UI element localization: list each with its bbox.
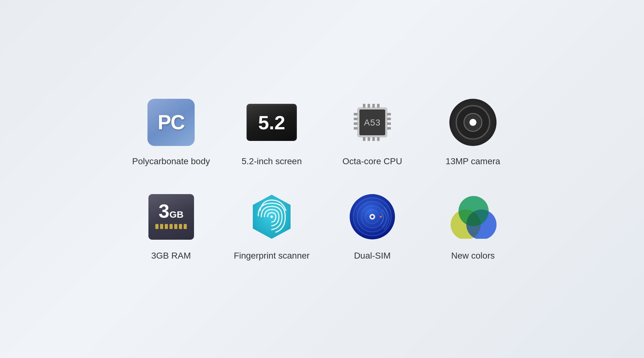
ram-value: 3GB [158, 201, 183, 221]
features-grid: PC Polycarbonate body 5.2 5.2-inch scree… [135, 97, 509, 261]
fingerprint-label: Fingerprint scanner [234, 251, 309, 261]
ram-pin-4 [169, 224, 173, 229]
ram-pin-1 [155, 224, 158, 229]
newcolors-label: New colors [451, 251, 495, 261]
svg-rect-7 [363, 137, 365, 141]
screen-icon-wrap: 5.2 [247, 97, 297, 148]
polycarbonate-icon-wrap: PC [146, 97, 196, 148]
cpu-icon-wrap: A53 [347, 97, 397, 148]
dualsim-icon [349, 193, 396, 240]
svg-text:A53: A53 [364, 118, 381, 127]
cpu-label: Octa-core CPU [342, 156, 402, 166]
svg-point-28 [380, 216, 382, 218]
fingerprint-icon [248, 193, 295, 240]
svg-point-27 [371, 215, 374, 218]
screen-icon: 5.2 [247, 104, 297, 141]
feature-ram: 3GB 3GB RAM [146, 192, 196, 261]
newcolors-icon-wrap [448, 192, 498, 242]
camera-lens-outer [456, 105, 490, 140]
svg-rect-5 [372, 104, 375, 108]
cpu-icon: A53 [349, 99, 396, 146]
newcolors-icon [449, 195, 497, 239]
svg-rect-13 [354, 122, 358, 125]
ram-pin-6 [179, 224, 182, 229]
ram-pin-2 [160, 224, 163, 229]
ram-unit: GB [169, 209, 184, 220]
ram-pin-7 [184, 224, 187, 229]
svg-point-34 [458, 196, 489, 226]
ram-label: 3GB RAM [151, 251, 191, 261]
svg-rect-9 [372, 137, 375, 141]
svg-rect-6 [377, 104, 380, 108]
svg-rect-4 [368, 104, 370, 108]
svg-rect-10 [377, 137, 380, 141]
feature-screen: 5.2 5.2-inch screen [242, 97, 302, 166]
svg-rect-12 [354, 118, 358, 120]
svg-rect-8 [368, 137, 370, 141]
svg-rect-11 [354, 113, 358, 115]
feature-camera: 13MP camera [446, 97, 500, 166]
dualsim-label: Dual-SIM [354, 251, 391, 261]
camera-icon-wrap [448, 97, 498, 148]
camera-lens-inner [464, 113, 482, 132]
camera-icon [449, 99, 497, 146]
feature-polycarbonate: PC Polycarbonate body [132, 97, 210, 166]
ram-pin-3 [165, 224, 168, 229]
ram-icon-wrap: 3GB [146, 192, 196, 242]
dualsim-icon-wrap [347, 192, 397, 242]
polycarbonate-label: Polycarbonate body [132, 156, 210, 166]
svg-rect-14 [354, 127, 358, 130]
feature-cpu: A53 [342, 97, 402, 166]
feature-newcolors: New colors [448, 192, 498, 261]
camera-label: 13MP camera [446, 156, 500, 166]
polycarbonate-icon: PC [147, 99, 195, 146]
svg-rect-15 [387, 113, 391, 115]
feature-fingerprint: Fingerprint scanner [234, 192, 309, 261]
ram-icon: 3GB [148, 194, 194, 240]
feature-dualsim: Dual-SIM [347, 192, 397, 261]
svg-rect-18 [387, 127, 391, 130]
ram-pin-5 [174, 224, 177, 229]
svg-rect-16 [387, 118, 391, 120]
svg-rect-3 [363, 104, 365, 108]
svg-point-20 [270, 215, 273, 218]
screen-label: 5.2-inch screen [242, 156, 302, 166]
fingerprint-icon-wrap [247, 192, 297, 242]
svg-rect-17 [387, 122, 391, 125]
camera-lens-center [469, 119, 476, 126]
ram-pins [155, 224, 187, 229]
